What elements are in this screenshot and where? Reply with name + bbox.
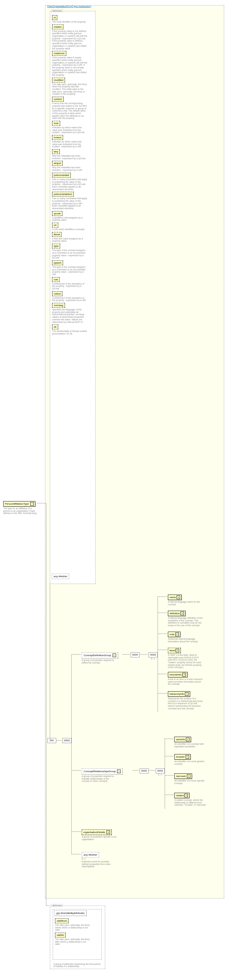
validto-desc: The date (and, optionally, the time) aft… (55, 938, 90, 945)
collapse-icon[interactable]: − (30, 502, 34, 506)
element-name[interactable]: name+ (168, 595, 182, 600)
any-other-desc: Extension point for provider-defined pro… (82, 861, 117, 868)
attr-desc: If set to true the corresponding propert… (52, 102, 87, 119)
attr-desc: Why the metadata has been included - exp… (52, 166, 87, 171)
sequence-icon: ⊟⊟⊟ (131, 652, 140, 657)
attr-creator[interactable]: creator (52, 24, 63, 29)
expand-icon[interactable]: + (186, 738, 190, 741)
sequence-icon: ⊟⊟⊟ (140, 768, 148, 773)
attr-desc: The type of the concept assigned as a co… (52, 266, 87, 276)
attr-whyuri[interactable]: whyuri (52, 161, 63, 165)
attr-role[interactable]: role (52, 277, 60, 282)
expand-icon[interactable]: + (180, 612, 184, 615)
attr-uri[interactable]: uri (52, 223, 58, 228)
child-desc: A related concept, where the relationshi… (174, 799, 210, 806)
attr-pubconstrainturi[interactable]: pubconstrainturi (52, 192, 74, 197)
attr-desc: Specifies the language of this property … (52, 309, 87, 323)
attr-desc: One or many constraints that apply to pu… (52, 178, 87, 191)
attr-desc: The date (and, optionally, the time) whe… (52, 83, 87, 95)
attr-desc: Indicates by which means the value was e… (52, 140, 87, 148)
attr-xml:lang[interactable]: xml:lang (52, 303, 65, 308)
expand-icon[interactable]: + (184, 794, 188, 797)
child-desc: Additional natural language information … (168, 638, 203, 643)
attr-desc: A URI which identifies a concept. (52, 228, 87, 231)
child-desc: Represents the position of a concept in … (168, 697, 203, 710)
any-other-attr: any ##other (52, 574, 69, 579)
element-note[interactable]: note+ (168, 632, 180, 637)
attr-qcode[interactable]: qcode (52, 211, 62, 216)
child-desc: An identifier of a concept with equivale… (174, 743, 210, 748)
validity-footer: A group of attributes expressing the tim… (54, 963, 102, 968)
attr-custom[interactable]: custom (52, 97, 64, 102)
element-related[interactable]: related+ (174, 793, 190, 798)
concept-rel-desc: A group of properites required to indica… (82, 775, 117, 783)
child-desc: A link to an item or a web resource whic… (168, 678, 203, 686)
expand-icon[interactable]: + (175, 649, 179, 652)
element-remoteInfo[interactable]: remoteInfo+ (168, 672, 188, 678)
root-desc: The type for an affliation of a person t… (3, 507, 39, 515)
expand-icon[interactable]: + (177, 595, 180, 599)
attr-modified[interactable]: modified (52, 78, 65, 83)
attr-desc: If the property value is empty, specifie… (52, 56, 87, 76)
attr-desc: Indicates by which means the value was e… (52, 126, 87, 134)
expand-icon[interactable]: + (185, 692, 188, 696)
concept-definition-group[interactable]: ConceptDefinitionGroup − (82, 652, 118, 659)
time-validity-group[interactable]: grp timeValidityAttributes (54, 910, 87, 916)
attr-desc: The local identifier of the property. (52, 21, 87, 23)
expand-icon[interactable]: − (112, 654, 116, 657)
attr-roleuri[interactable]: roleuri (52, 291, 62, 296)
attr-desc: One or many constraints that apply to pu… (52, 197, 87, 210)
attr-why[interactable]: why (52, 149, 60, 154)
attr-desc: The directionality of textual content (e… (52, 330, 87, 335)
child-desc: In NAR 1.8 and later: facet is deprecate… (168, 654, 203, 669)
attr-literal[interactable]: literal (52, 232, 62, 237)
attr-desc: The type of the concept assigned as a co… (52, 249, 87, 259)
attr-desc: A refinement of the semantics of the pro… (52, 297, 87, 302)
org-details-desc: A group of properties specific to an org… (82, 836, 117, 840)
expand-icon[interactable]: + (182, 673, 186, 676)
attr-how[interactable]: how (52, 121, 60, 126)
attr-desc: A qualified code assigned as a property … (52, 216, 87, 221)
attr-typeuri[interactable]: typeuri (52, 260, 63, 265)
attr-creatoruri[interactable]: creatoruri (52, 51, 66, 56)
organisation-details[interactable]: organisationDetails + (82, 829, 112, 835)
expand-icon[interactable]: + (106, 830, 110, 834)
attr-desc: A refinement of the semantics of the pro… (52, 283, 87, 290)
expand-icon[interactable]: − (117, 770, 121, 773)
expand-icon[interactable]: + (187, 775, 190, 778)
validfrom-desc: The date (and, optionally, the time) bef… (55, 924, 90, 931)
attr-type[interactable]: type (52, 243, 60, 248)
attr-desc: A free-text value assigned as a property… (52, 237, 87, 242)
element-sameAs[interactable]: sameAs+ (174, 737, 191, 742)
attr-validfrom[interactable]: validfrom (55, 918, 68, 923)
attr-desc: If the property value is not defined, sp… (52, 30, 87, 50)
child-desc: A natural language name for the concept. (168, 601, 203, 606)
attr-dir[interactable]: dir (52, 325, 58, 329)
element-definition[interactable]: definition+ (168, 611, 186, 616)
element-facet[interactable]: facet+ (168, 648, 181, 653)
child-desc: An identifier of a more generic concept. (174, 760, 210, 765)
element-broader[interactable]: broader+ (174, 754, 191, 760)
root-type-label: PersonAffiliationType (5, 503, 29, 505)
expand-icon[interactable]: + (186, 755, 189, 759)
child-desc: A natural language definition of the sem… (168, 617, 203, 627)
any-other-element: any ##other (82, 852, 99, 858)
sequence-icon: ⊟⊟⊟ (156, 768, 165, 773)
concept-def-desc: A group of properites required to define… (82, 659, 117, 664)
element-narrower[interactable]: narrower+ (174, 773, 192, 779)
attributes-header: attributes (52, 10, 63, 12)
attr-desc: Why the metadata has been included - exp… (52, 155, 87, 159)
element-hierarchyInfo[interactable]: hierarchyInfo+ (168, 691, 190, 697)
sequence-compositor: ⊟⊟⊟ (62, 738, 71, 743)
child-desc: An identifier of a more specific concept… (174, 780, 210, 784)
concept-relationships-group[interactable]: ConceptRelationshipsGroup − (82, 768, 123, 775)
extension-title[interactable]: FlexOrganisationPropType (extension) (47, 5, 92, 8)
root-type-box[interactable]: PersonAffiliationType − (3, 501, 35, 507)
attr-howuri[interactable]: howuri (52, 135, 63, 140)
attr-pubconstraint[interactable]: pubconstraint (52, 173, 71, 178)
attr-id[interactable]: id (52, 15, 57, 20)
sequence-icon: ⊟⊟⊟ (148, 652, 158, 657)
validity-attributes-header: attributes (52, 904, 63, 907)
expand-icon[interactable]: + (175, 633, 179, 636)
attr-validto[interactable]: validto (55, 932, 66, 937)
